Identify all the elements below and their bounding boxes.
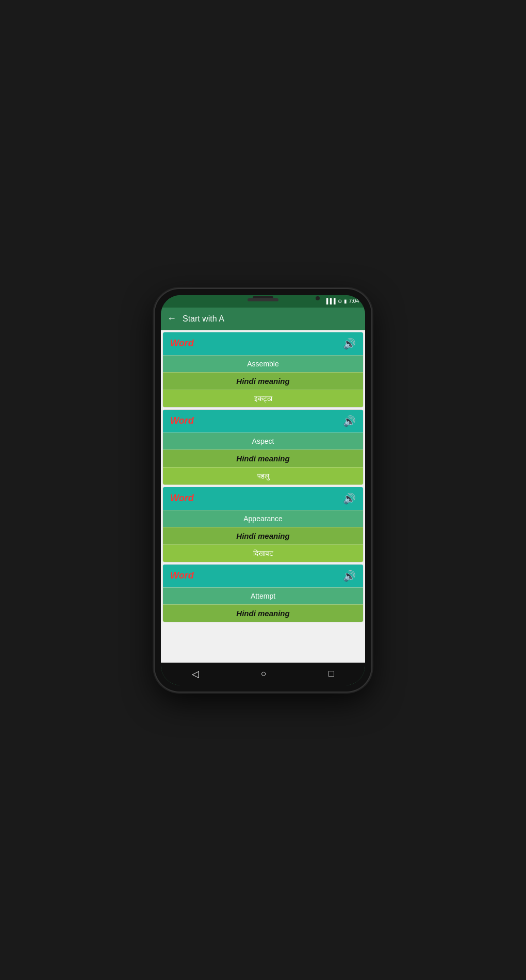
english-word-2: Aspect — [163, 432, 363, 449]
hindi-meaning-label-4: Hindi meaning — [163, 604, 363, 622]
word-header-2: Word 🔊 — [163, 410, 363, 432]
english-word-3: Appearance — [163, 510, 363, 527]
word-header-3: Word 🔊 — [163, 487, 363, 510]
hindi-meaning-label-1: Hindi meaning — [163, 372, 363, 390]
camera-dot — [316, 296, 320, 300]
speaker-grille — [253, 296, 273, 298]
word-label-2: Word — [170, 415, 194, 426]
word-label-3: Word — [170, 493, 194, 504]
speaker-button-1[interactable]: 🔊 — [343, 338, 356, 350]
hindi-text-2: पहलु — [163, 467, 363, 485]
speaker-button-2[interactable]: 🔊 — [343, 415, 356, 427]
toolbar: ← Start with A — [161, 308, 365, 330]
word-label-1: Word — [170, 338, 194, 349]
word-label-4: Word — [170, 570, 194, 581]
nav-back-button[interactable]: ◁ — [184, 664, 207, 684]
hindi-text-1: इकट्ठा — [163, 390, 363, 407]
english-word-1: Assemble — [163, 355, 363, 372]
speaker-button-4[interactable]: 🔊 — [343, 570, 356, 582]
phone-screen: ▐▐▐ ⊙ ▮ 7:04 ← Start with A Word 🔊 Assem… — [161, 295, 365, 685]
nav-home-button[interactable]: ○ — [253, 664, 275, 683]
word-card-1: Word 🔊 Assemble Hindi meaning इकट्ठा — [162, 332, 364, 408]
hindi-text-3: दिखावट — [163, 544, 363, 562]
battery-icon: ▮ — [344, 298, 347, 304]
word-header-4: Word 🔊 — [163, 565, 363, 587]
word-header-1: Word 🔊 — [163, 332, 363, 355]
word-card-4: Word 🔊 Attempt Hindi meaning — [162, 564, 364, 622]
speaker-button-3[interactable]: 🔊 — [343, 492, 356, 505]
hindi-meaning-label-3: Hindi meaning — [163, 527, 363, 544]
signal-icon: ▐▐▐ — [324, 298, 335, 304]
toolbar-title: Start with A — [183, 314, 224, 324]
word-card-2: Word 🔊 Aspect Hindi meaning पहलु — [162, 409, 364, 485]
english-word-4: Attempt — [163, 587, 363, 604]
nav-recent-button[interactable]: □ — [320, 664, 342, 683]
status-icons: ▐▐▐ ⊙ ▮ 7:04 — [324, 298, 359, 304]
phone-device: ▐▐▐ ⊙ ▮ 7:04 ← Start with A Word 🔊 Assem… — [155, 289, 371, 692]
hindi-meaning-label-2: Hindi meaning — [163, 449, 363, 467]
content-area: Word 🔊 Assemble Hindi meaning इकट्ठा Wor… — [161, 330, 365, 663]
nav-bar: ◁ ○ □ — [161, 663, 365, 685]
wifi-icon: ⊙ — [338, 298, 342, 304]
word-card-3: Word 🔊 Appearance Hindi meaning दिखावट — [162, 487, 364, 563]
time-display: 7:04 — [349, 298, 359, 304]
back-button[interactable]: ← — [167, 313, 176, 324]
